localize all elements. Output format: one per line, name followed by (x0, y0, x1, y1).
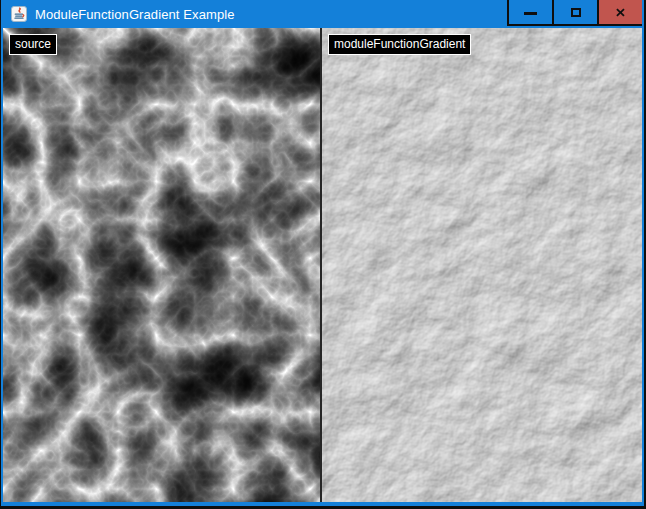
window-controls: ✕ (507, 0, 642, 28)
minimize-icon (524, 12, 537, 15)
maximize-icon (571, 8, 581, 17)
minimize-button[interactable] (507, 0, 552, 26)
titlebar-left: ModuleFunctionGradient Example (3, 0, 507, 28)
java-app-icon (11, 6, 27, 22)
window-title: ModuleFunctionGradient Example (35, 7, 235, 22)
titlebar[interactable]: ModuleFunctionGradient Example ✕ (3, 0, 642, 28)
window-frame: ModuleFunctionGradient Example ✕ (1, 0, 644, 506)
gradient-image-panel: moduleFunctionGradient (322, 28, 642, 502)
content-area: source moduleFunctionGradient (3, 28, 642, 502)
source-image-panel: source (3, 28, 320, 502)
module-function-gradient-label: moduleFunctionGradient (328, 34, 471, 55)
maximize-button[interactable] (552, 0, 597, 26)
close-button[interactable]: ✕ (597, 0, 642, 26)
app-window: ModuleFunctionGradient Example ✕ (0, 0, 646, 509)
source-noise-image (3, 28, 320, 502)
close-icon: ✕ (615, 6, 626, 18)
source-label: source (9, 34, 57, 55)
module-function-gradient-image (322, 28, 642, 502)
